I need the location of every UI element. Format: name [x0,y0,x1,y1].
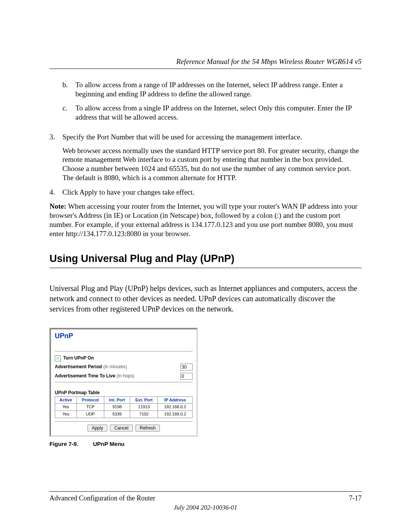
upnp-title: UPnP [55,332,193,340]
cell-int-port: 9198 [104,404,130,411]
cell-active: Yes [55,411,77,418]
table-row: Yes UDP 5339 7102 192.168.0.2 [55,411,193,418]
continued-step: b. To allow access from a range of IP ad… [49,80,362,127]
footer-date: July 2004 202-10036-01 [49,503,362,511]
substep-marker: b. [62,80,75,99]
turn-upnp-on-label: Turn UPnP On [63,355,94,361]
apply-button[interactable]: Apply [88,425,107,431]
step-4: 4. Click Apply to have your changes take… [49,188,362,197]
table-row: Yes TCP 9198 11913 192.168.0.2 [55,404,193,411]
adv-ttl-hint: (in hops) [116,373,134,379]
cell-active: Yes [55,404,77,411]
running-header: Reference Manual for the 54 Mbps Wireles… [49,57,362,69]
adv-ttl-label: Advertisement Time To Live [55,373,115,379]
col-active: Active [55,396,77,404]
adv-period-hint: (in minutes) [103,364,127,369]
step-paragraph: Web browser access normally uses the sta… [62,146,362,182]
cancel-button[interactable]: Cancel [110,425,132,431]
substep-text: To allow access from a range of IP addre… [75,80,362,99]
footer-section: Advanced Configuration of the Router [49,494,155,503]
portmap-table: Active Protocol Int. Port Ext. Port IP A… [55,396,193,418]
step-3: 3. Specify the Port Number that will be … [49,133,362,182]
footer-page-number: 7-17 [349,494,362,503]
cell-protocol: TCP [76,404,104,411]
adv-period-label: Advertisement Period [55,364,102,369]
note-paragraph: Note: When accessing your router from th… [49,202,362,238]
figure-title: UPnP Menu [93,441,124,447]
turn-upnp-on-checkbox[interactable]: ✓ [55,355,61,361]
cell-ip: 192.168.0.2 [158,411,193,418]
note-label: Note: [49,202,66,210]
section-heading-upnp: Using Universal Plug and Play (UPnP) [49,252,362,268]
col-ext-port: Ext. Port [130,396,158,404]
col-int-port: Int. Port [104,396,130,404]
col-protocol: Protocol [76,396,104,404]
cell-ext-port: 7102 [130,411,158,418]
upnp-panel: UPnP ✓ Turn UPnP On Advertisement Period… [49,328,198,437]
page-footer: Advanced Configuration of the Router 7-1… [49,491,362,503]
substep-text: To allow access from a single IP address… [75,104,362,122]
check-icon: ✓ [56,356,60,361]
refresh-button[interactable]: Refresh [135,425,160,431]
cell-ip: 192.168.0.2 [158,404,193,411]
step-marker: 3. [49,133,62,182]
adv-ttl-input[interactable] [180,373,193,380]
substep-c: c. To allow access from a single IP addr… [62,104,362,122]
step-text: Specify the Port Number that will be use… [62,133,362,142]
table-header-row: Active Protocol Int. Port Ext. Port IP A… [55,396,193,404]
cell-protocol: UDP [76,411,104,418]
step-marker: 4. [49,188,62,197]
portmap-table-title: UPnP Portmap Table [55,390,193,396]
cell-ext-port: 11913 [130,404,158,411]
figure-caption: Figure 7-9. UPnP Menu [49,441,362,448]
section-intro: Universal Plug and Play (UPnP) helps dev… [49,283,362,314]
col-ip: IP Address [158,396,193,404]
step-text: Click Apply to have your changes take ef… [62,188,362,197]
substep-marker: c. [62,104,75,122]
substep-b: b. To allow access from a range of IP ad… [62,80,362,99]
cell-int-port: 5339 [104,411,130,418]
note-text: When accessing your router from the Inte… [49,202,357,237]
body-text: b. To allow access from a range of IP ad… [49,80,362,238]
page: Reference Manual for the 54 Mbps Wireles… [0,0,411,532]
figure-number: Figure 7-9. [49,441,91,448]
adv-period-input[interactable] [180,364,193,371]
